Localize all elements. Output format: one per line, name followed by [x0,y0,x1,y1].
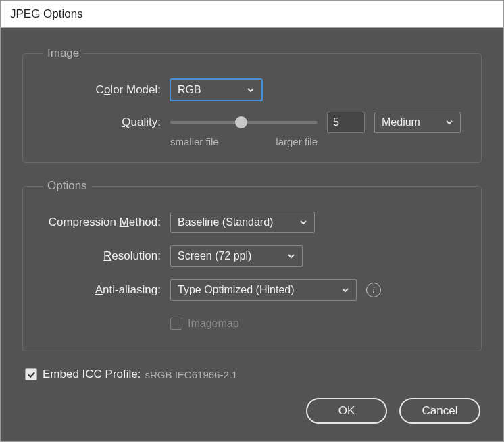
color-model-value: RGB [178,84,201,96]
imagemap-check-row: Imagemap [170,318,239,330]
compression-label: Compression Method: [41,216,170,229]
dialog-buttons: OK Cancel [306,398,480,424]
chevron-down-icon [247,86,255,94]
titlebar: JPEG Options [1,1,503,28]
resolution-row: Resolution: Screen (72 ppi) [41,244,463,268]
compression-select[interactable]: Baseline (Standard) [170,212,315,233]
resolution-value: Screen (72 ppi) [178,250,251,262]
color-model-row: Color Model: RGB [41,78,463,102]
image-group: Image Color Model: RGB Quality: [22,47,482,163]
chevron-down-icon [287,252,295,260]
options-legend: Options [43,179,91,193]
info-icon[interactable]: i [366,283,381,297]
quality-hints: smaller file larger file [170,136,318,147]
quality-slider[interactable] [170,116,318,129]
antialias-row: Anti-aliasing: Type Optimized (Hinted) i [41,278,463,302]
quality-controls: 5 Medium [170,112,461,133]
color-model-select[interactable]: RGB [170,79,262,101]
imagemap-checkbox [170,318,182,330]
embed-icc-row: Embed ICC Profile: sRGB IEC61966-2.1 [25,368,482,381]
antialias-select[interactable]: Type Optimized (Hinted) [170,279,357,301]
hint-larger: larger file [276,136,318,147]
antialias-label: Anti-aliasing: [41,283,170,297]
quality-preset-select[interactable]: Medium [374,112,461,133]
embed-icc-checkbox[interactable] [25,368,37,380]
image-legend: Image [43,47,83,60]
quality-input[interactable]: 5 [327,112,365,133]
chevron-down-icon [341,286,349,294]
resolution-select[interactable]: Screen (72 ppi) [170,245,303,267]
quality-block: 5 Medium smaller file larger file [170,112,461,147]
embed-icc-profile: sRGB IEC61966-2.1 [145,369,238,380]
resolution-label: Resolution: [41,249,170,263]
dialog-body: Image Color Model: RGB Quality: [1,28,503,441]
options-group: Options Compression Method: Baseline (St… [22,179,482,351]
ok-button[interactable]: OK [306,398,387,424]
compression-row: Compression Method: Baseline (Standard) [41,210,463,235]
quality-preset-value: Medium [382,116,420,128]
imagemap-label: Imagemap [188,318,239,330]
chevron-down-icon [445,118,453,126]
quality-label: Quality: [41,112,170,129]
chevron-down-icon [299,218,307,226]
imagemap-row: Imagemap [41,312,463,336]
antialias-value: Type Optimized (Hinted) [178,284,295,296]
cancel-button[interactable]: Cancel [399,398,480,424]
window-title: JPEG Options [10,7,83,21]
jpeg-options-dialog: JPEG Options Image Color Model: RGB Qual… [0,0,504,442]
compression-value: Baseline (Standard) [178,216,273,228]
color-model-label: Color Model: [41,83,170,97]
slider-thumb[interactable] [235,116,247,128]
quality-row: Quality: 5 Medium [41,112,463,147]
hint-smaller: smaller file [170,136,219,147]
embed-icc-label: Embed ICC Profile: [43,368,141,381]
